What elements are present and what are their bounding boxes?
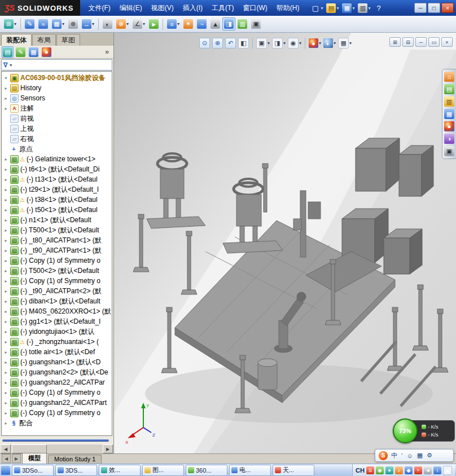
scene-icon[interactable]: ◑ [444, 134, 454, 144]
expander-icon[interactable]: ▸ [3, 309, 8, 314]
tab-assembly[interactable]: 装配体 [1, 34, 32, 46]
menu-item[interactable]: 工具(T) [207, 2, 238, 14]
tree-item[interactable]: ▸▧(-) _t90_AllCATPart<1> (默 [2, 245, 112, 255]
tree-item[interactable]: ▸▧(-) guangshan2<2> (默认<De [2, 367, 112, 377]
tree-item[interactable]: ▸▧(-) t29<1> (默认<Default_I [2, 184, 112, 195]
custom-properties-icon[interactable]: ▣ [444, 146, 454, 156]
speed-percent-badge[interactable]: 73% [393, 418, 418, 443]
ime-punctuation-icon[interactable]: ’ [401, 452, 402, 459]
design-library-icon[interactable]: ▤ [444, 84, 454, 94]
zoom-area-icon[interactable]: ⊕ [212, 37, 223, 49]
network-speed-gadget[interactable]: 73% - K/s - K/s [393, 417, 455, 444]
minimize-button[interactable]: ─ [414, 3, 427, 13]
assembly-visualization-icon[interactable]: ▥ [236, 17, 249, 30]
close-button[interactable]: × [441, 3, 454, 13]
expander-icon[interactable]: ▸ [3, 96, 8, 101]
expander-icon[interactable]: ▸ [3, 106, 8, 111]
view-palette-icon[interactable]: ▦ [444, 109, 454, 119]
isolate-icon[interactable]: ◨ [222, 17, 235, 30]
previous-window-icon[interactable]: ⊞ [389, 37, 401, 47]
tray-show-hidden-icon[interactable]: ▴ [443, 466, 452, 475]
menu-item[interactable]: 窗口(W) [238, 2, 271, 14]
tree-item[interactable]: ▱右视 [2, 134, 112, 144]
ime-keyboard-icon[interactable]: ▦ [417, 452, 423, 459]
tree-item[interactable]: ▸▧⚠(-) t50<1> (默认<Defaul [2, 205, 112, 215]
expander-icon[interactable]: ▾ [3, 76, 8, 81]
tree-item[interactable]: ▸▧⚠(-) Gelatinize tower<1> [2, 154, 112, 164]
tray-network-icon[interactable]: ↕ [433, 466, 441, 474]
menu-item[interactable]: 编辑(E) [115, 2, 147, 14]
exploded-view-icon[interactable]: ✶ [182, 17, 195, 30]
task-button-xiao[interactable]: 效... [99, 465, 141, 476]
expander-icon[interactable]: ▸ [3, 340, 8, 345]
quick-launch-icon[interactable] [1, 466, 10, 475]
expander-icon[interactable]: ▸ [3, 197, 8, 202]
tree-item[interactable]: ▾▣AC0639-00-01风挡涂胶设备 [2, 73, 112, 83]
insert-component-icon[interactable]: ⊞▾ [2, 17, 18, 30]
tree-item[interactable]: ▸◎Sensors [2, 93, 112, 103]
tray-chat-icon[interactable]: ◆ [405, 466, 413, 474]
interference-detection-icon[interactable]: ▲ [209, 17, 222, 30]
tree-item[interactable]: ▸▧(-) Copy (1) of Symmetry o [2, 255, 112, 266]
edit-appearance-icon[interactable]: ●▾ [308, 38, 322, 49]
assembly-features-icon[interactable]: ⊗▾ [115, 17, 130, 30]
expander-icon[interactable]: ▸ [3, 279, 8, 284]
tree-item[interactable]: ▸▧(-) n1<1> (默认<Default [2, 215, 112, 225]
tab-model[interactable]: 模型 [22, 453, 47, 464]
tray-safety-icon[interactable]: + [414, 466, 422, 474]
tab-scroll-right-icon[interactable]: ▶ [12, 454, 21, 463]
ime-emoji-icon[interactable]: ☺ [406, 452, 413, 459]
tree-item[interactable]: ▸▧(-) gg1<1> (默认<Default_I [2, 316, 112, 327]
expander-icon[interactable]: ▸ [3, 350, 8, 355]
tree-item[interactable]: ▸▧⚠(-) _zhongzhuantai<1> ( [2, 337, 112, 347]
save-icon[interactable]: ▦▾ [341, 3, 356, 14]
tree-item[interactable]: ▸▧(-) _t80_AllCATPart<1> (默 [2, 235, 112, 245]
expander-icon[interactable]: ▸ [3, 177, 8, 182]
tree-item[interactable]: ▸▤History [2, 83, 112, 93]
doc-close-icon[interactable]: × [441, 37, 453, 47]
expander-icon[interactable]: ▸ [3, 187, 8, 192]
expander-icon[interactable]: ▸ [3, 411, 8, 416]
show-hidden-components-icon[interactable]: ◐ [101, 17, 114, 30]
expander-icon[interactable]: ▸ [3, 421, 8, 426]
help-icon[interactable]: ? [373, 3, 385, 14]
expander-icon[interactable]: ▸ [3, 380, 8, 385]
featuremanager-tab-icon[interactable]: ▤ [2, 46, 14, 58]
new-motion-study-icon[interactable]: ► [147, 17, 160, 30]
tree-item[interactable]: ▱前视 [2, 113, 112, 124]
scroll-left-icon[interactable]: ◀ [1, 444, 11, 453]
tree-item[interactable]: ▸§配合 [2, 418, 112, 428]
expander-icon[interactable]: ▸ [3, 208, 8, 213]
ime-settings-icon[interactable]: ⚙ [427, 452, 432, 459]
menu-item[interactable]: 帮助(H) [272, 2, 304, 14]
hide-show-items-icon[interactable]: ◉▾ [287, 37, 302, 49]
tree-item[interactable]: ▸▧(-) guangshan<1> (默认<D [2, 357, 112, 367]
expander-icon[interactable]: ▸ [3, 258, 8, 263]
next-window-icon[interactable]: ⊟ [402, 37, 414, 47]
tree-item[interactable]: ▸▧(-) guangshan22_AllCATPar [2, 377, 112, 387]
ime-toolbar[interactable]: S 中’☺▦⚙ [375, 449, 454, 462]
view-orientation-icon[interactable]: ▣▾ [256, 37, 270, 49]
tray-360-icon[interactable]: ● [385, 466, 393, 474]
ime-indicator[interactable]: CH [356, 467, 365, 474]
expander-icon[interactable]: ▸ [3, 370, 8, 375]
tab-scroll-left-icon[interactable]: ◀ [2, 454, 11, 463]
tree-item[interactable]: ▸▧(-) T500<2> (默认<Default [2, 266, 112, 276]
expander-icon[interactable]: ▸ [3, 289, 8, 294]
expander-icon[interactable]: ▸ [3, 360, 8, 365]
expander-icon[interactable]: ▸ [3, 248, 8, 253]
tree-item[interactable]: ▸▧(-) guangshan22_AllCATPart [2, 398, 112, 408]
simulation-icon[interactable]: ▣ [249, 17, 262, 30]
section-view-icon[interactable]: ◧ [238, 37, 249, 49]
task-button-3dsource[interactable]: 3DSo... [12, 465, 54, 476]
task-button-dian[interactable]: 电... [229, 465, 271, 476]
tree-item[interactable]: ▸▧⚠(-) t38<1> (默认<Defaul [2, 195, 112, 205]
tray-music-icon[interactable]: ♪ [395, 466, 403, 474]
file-explorer-icon[interactable]: ▥ [444, 96, 454, 107]
task-button-tu[interactable]: 图... [142, 465, 184, 476]
tray-sogou-icon[interactable]: S [366, 466, 374, 474]
maximize-button[interactable]: □ [428, 3, 440, 13]
expander-icon[interactable]: ▸ [3, 228, 8, 233]
configurationmanager-tab-icon[interactable]: ▦ [28, 46, 40, 58]
3d-model-view[interactable]: Y X Z [114, 33, 456, 453]
